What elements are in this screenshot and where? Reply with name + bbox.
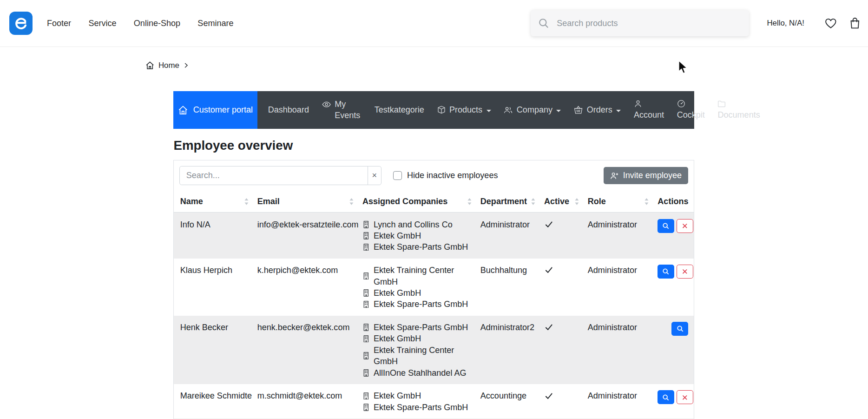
delete-employee-button[interactable]: [677, 265, 693, 279]
home-icon[interactable]: [145, 61, 154, 70]
column-header-role[interactable]: Role: [587, 191, 657, 213]
main-nav: FooterServiceOnline-ShopSeminare: [47, 19, 234, 28]
portal-nav-item-company[interactable]: Company: [504, 104, 561, 115]
cockpit-icon: [677, 100, 685, 108]
check-icon: [544, 322, 553, 332]
table-header-row: NameEmailAssigned CompaniesDepartmentAct…: [174, 191, 694, 213]
portal-nav-item-documents[interactable]: Documents: [717, 100, 760, 120]
breadcrumb-home-link[interactable]: Home: [158, 61, 179, 70]
portal-nav-item-orders[interactable]: Orders: [574, 104, 621, 115]
person-plus-icon: [610, 172, 618, 180]
portal-nav-item-label: Account: [634, 109, 664, 120]
company-item: Lynch and Collins Co: [362, 219, 478, 230]
company-item: Ektek GmbH: [362, 230, 478, 241]
portal-nav-item-cockpit[interactable]: Cockpit: [677, 100, 705, 120]
x-icon: [681, 222, 689, 230]
sort-icon: [349, 198, 354, 206]
cell-department: Buchhaltung: [480, 259, 544, 316]
top-header: FooterServiceOnline-ShopSeminare Hello, …: [0, 0, 868, 47]
cell-email: info@ektek-ersatzteile.com: [257, 213, 362, 259]
building-icon: [362, 392, 370, 400]
bag-icon[interactable]: [848, 17, 861, 30]
brand-logo-icon[interactable]: [9, 12, 32, 34]
view-employee-button[interactable]: [671, 322, 688, 336]
cell-department: Administrator2: [480, 316, 544, 384]
building-icon: [362, 289, 370, 297]
building-icon: [362, 221, 370, 228]
portal-nav: Customer portal DashboardMy EventsTestka…: [173, 91, 694, 129]
nav-link-online-shop[interactable]: Online-Shop: [134, 19, 180, 28]
column-header-active[interactable]: Active: [544, 191, 587, 213]
building-icon: [362, 244, 370, 251]
cell-active: [544, 384, 587, 419]
x-icon: [681, 268, 689, 275]
tab-customer-portal[interactable]: Customer portal: [173, 91, 257, 129]
delete-employee-button[interactable]: [677, 219, 693, 233]
table-search-group: ×: [179, 166, 381, 185]
column-header-department[interactable]: Department: [480, 191, 544, 213]
company-item: Ektek GmbH: [362, 287, 478, 299]
portal-nav-item-dashboard[interactable]: Dashboard: [268, 104, 309, 115]
invite-employee-label: Invite employee: [623, 171, 682, 180]
nav-link-seminare[interactable]: Seminare: [197, 19, 233, 28]
cell-assigned-companies: Ektek GmbHEktek Spare-Parts GmbH: [362, 384, 480, 419]
greeting-text: Hello, N/A!: [767, 19, 804, 28]
nav-link-service[interactable]: Service: [88, 19, 116, 28]
company-name: Ektek GmbH: [374, 230, 421, 241]
delete-employee-button[interactable]: [677, 390, 693, 404]
heart-icon[interactable]: [824, 17, 837, 30]
column-header-label: Role: [588, 197, 606, 206]
cell-actions: [657, 384, 694, 419]
cell-actions: [657, 213, 694, 259]
cell-email: m.schmidt@ektek.com: [257, 384, 362, 419]
company-name: Ektek Spare-Parts GmbH: [374, 402, 468, 413]
employee-card: × Hide inactive employees Invite employe…: [173, 160, 694, 419]
cell-department: Accountinge: [480, 384, 544, 419]
cell-assigned-companies: Lynch and Collins CoEktek GmbHEktek Spar…: [362, 213, 480, 259]
building-icon: [362, 352, 370, 359]
hide-inactive-label: Hide inactive employees: [407, 171, 498, 180]
company-item: Ektek GmbH: [362, 390, 478, 401]
hide-inactive-wrap: Hide inactive employees: [393, 171, 498, 180]
x-icon: [681, 394, 689, 401]
portal-nav-item-label: Cockpit: [677, 109, 705, 120]
sort-icon: [244, 198, 249, 206]
column-header-name[interactable]: Name: [174, 191, 256, 213]
cell-actions: [657, 259, 694, 316]
company-name: Ektek Training Center GmbH: [374, 345, 478, 367]
company-name: Ektek Training Center GmbH: [374, 265, 478, 287]
chevron-down-icon: [616, 110, 621, 112]
view-employee-button[interactable]: [658, 219, 674, 233]
company-name: Ektek GmbH: [374, 333, 421, 344]
portal-nav-item-testkategorie[interactable]: Testkategorie: [375, 104, 424, 115]
hide-inactive-checkbox[interactable]: [393, 171, 402, 180]
employee-table: NameEmailAssigned CompaniesDepartmentAct…: [174, 191, 694, 419]
view-employee-button[interactable]: [658, 390, 674, 404]
portal-nav-item-products[interactable]: Products: [437, 104, 491, 115]
clear-search-button[interactable]: ×: [368, 166, 381, 185]
nav-link-footer[interactable]: Footer: [47, 19, 71, 28]
building-icon: [362, 301, 370, 308]
portal-nav-item-my-events[interactable]: My Events: [322, 99, 362, 121]
cell-actions: [657, 316, 694, 384]
cell-assigned-companies: Ektek Training Center GmbHEktek GmbHEkte…: [362, 259, 480, 316]
portal-nav-item-account[interactable]: Account: [634, 100, 664, 120]
column-header-email[interactable]: Email: [257, 191, 362, 213]
search-icon: [662, 222, 670, 230]
check-icon: [544, 265, 553, 274]
company-name: Ektek GmbH: [374, 287, 421, 299]
table-toolbar: × Hide inactive employees Invite employe…: [179, 166, 688, 185]
cell-name: Klaus Herpich: [174, 259, 256, 316]
employee-search-input[interactable]: [179, 166, 368, 185]
column-header-label: Assigned Companies: [362, 197, 447, 206]
invite-employee-button[interactable]: Invite employee: [604, 167, 689, 184]
sort-icon: [644, 198, 649, 206]
check-icon: [544, 391, 553, 400]
view-employee-button[interactable]: [658, 265, 674, 279]
product-search-input[interactable]: [556, 18, 741, 28]
chevron-down-icon: [487, 110, 491, 112]
portal-nav-item-label: Company: [517, 104, 552, 115]
cell-assigned-companies: Ektek Spare-Parts GmbHEktek GmbHEktek Tr…: [362, 316, 480, 384]
portal-nav-items: DashboardMy EventsTestkategorieProductsC…: [257, 91, 771, 129]
column-header-assigned-companies[interactable]: Assigned Companies: [362, 191, 480, 213]
